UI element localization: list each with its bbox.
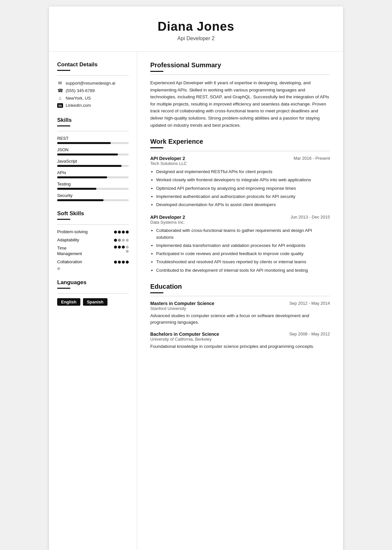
dot (114, 239, 117, 242)
work-experience-section: Work Experience API Developer 2 Mar 2016… (150, 138, 330, 274)
dot (118, 246, 121, 249)
linkedin-icon: in (57, 103, 63, 108)
skill-rest-label: REST (57, 136, 129, 141)
dot (126, 246, 129, 249)
skill-rest-fill (57, 142, 111, 144)
skill-rest: REST (57, 136, 129, 144)
skills-rule-full (57, 131, 129, 131)
job-bullets-2: Collaborated with cross-functional teams… (150, 227, 330, 274)
dot (114, 231, 117, 234)
contact-section: Contact Details ✉ support@resumedesign.a… (57, 61, 129, 108)
languages-rule-accent (57, 288, 70, 289)
job-header-1: API Developer 2 Mar 2016 - Present (150, 156, 330, 161)
summary-rule-full (150, 74, 330, 75)
skill-apis-track (57, 176, 129, 178)
soft-skill-problem-solving-label: Problem-solving (57, 229, 88, 235)
contact-email: ✉ support@resumedesign.ai (57, 80, 129, 86)
contact-phone: ☎ (555) 345-6789 (57, 88, 129, 93)
job-bullet: Developed documentation for APIs to assi… (156, 202, 330, 208)
work-rule-full (150, 151, 330, 151)
dot (126, 239, 129, 242)
job-bullet: Implemented authentication and authoriza… (156, 193, 330, 200)
skill-security-label: Security (57, 193, 129, 198)
job-bullet: Contributed to the development of intern… (156, 267, 330, 274)
dot-extra (126, 250, 129, 253)
education-rule-accent (150, 292, 163, 293)
education-rule-full (150, 296, 330, 296)
skill-javascript-fill (57, 165, 122, 167)
skill-testing-track (57, 188, 129, 190)
work-rule-accent (150, 147, 163, 148)
dot (122, 231, 125, 234)
email-icon: ✉ (57, 80, 63, 86)
job-bullet: Implemented data transformation and vali… (156, 242, 330, 249)
job-entry-1: API Developer 2 Mar 2016 - Present Tech … (150, 156, 330, 208)
edu-header-2: Bachelors in Computer Science Sep 2008 -… (150, 332, 330, 337)
edu-date-1: Sep 2012 - May 2014 (289, 301, 330, 306)
skill-security-fill (57, 199, 104, 201)
job-bullet: Participated in code reviews and provide… (156, 251, 330, 257)
edu-header-1: Masters in Computer Science Sep 2012 - M… (150, 301, 330, 306)
skill-testing: Testing (57, 182, 129, 190)
dot (114, 246, 117, 249)
skills-rule-accent (57, 125, 70, 126)
skill-javascript-label: JavaScript (57, 159, 129, 164)
job-bullet: Troubleshooted and resolved API issues r… (156, 259, 330, 265)
dot (122, 239, 125, 242)
phone-icon: ☎ (57, 88, 63, 93)
soft-skill-time-management-label: TimeManagement (57, 246, 82, 257)
work-experience-title: Work Experience (150, 138, 330, 145)
skill-json-fill (57, 154, 118, 155)
soft-skill-adaptability-dots (114, 239, 129, 242)
job-company-1: Tech Solutions LLC (150, 161, 330, 166)
edu-school-1: Stanford University (150, 306, 330, 311)
job-bullet: Optimized API performance by analyzing a… (156, 185, 330, 192)
contact-phone-text: (555) 345-6789 (66, 88, 95, 93)
skill-apis: APIs (57, 170, 129, 178)
dot (118, 239, 121, 242)
skill-apis-label: APIs (57, 170, 129, 175)
soft-skills-rule-accent (57, 219, 70, 220)
job-entry-2: API Developer 2 Jun 2013 - Dec 2015 Data… (150, 215, 330, 274)
edu-degree-1: Masters in Computer Science (150, 301, 214, 306)
soft-skill-collaboration-label: Collaboration (57, 259, 82, 265)
languages-rule-full (57, 293, 129, 294)
skill-javascript-track (57, 165, 129, 167)
skill-json-track (57, 154, 129, 155)
edu-desc-1: Advanced studies in computer science wit… (150, 313, 330, 326)
skill-security-track (57, 199, 129, 201)
education-title: Education (150, 283, 330, 290)
job-title-2: API Developer 2 (150, 215, 185, 220)
skills-section: Skills REST JSON JavaScript (57, 117, 129, 201)
language-tags: English Spanish (57, 298, 129, 306)
professional-summary-section: Professional Summary Experienced Api Dev… (150, 61, 330, 129)
candidate-title: Api Developer 2 (69, 36, 323, 41)
job-bullet: Worked closely with frontend developers … (156, 177, 330, 183)
contact-email-text: support@resumedesign.ai (66, 81, 115, 86)
soft-skill-collaboration: Collaboration (57, 259, 129, 265)
edu-desc-2: Foundational knowledge in computer scien… (150, 343, 330, 350)
lang-spanish: Spanish (83, 298, 107, 306)
soft-skill-collaboration-dots (114, 261, 129, 264)
resume-body: Contact Details ✉ support@resumedesign.a… (49, 52, 343, 550)
skill-javascript: JavaScript (57, 159, 129, 167)
edu-entry-2: Bachelors in Computer Science Sep 2008 -… (150, 332, 330, 350)
edu-date-2: Sep 2008 - May 2012 (289, 332, 330, 336)
languages-section: Languages English Spanish (57, 279, 129, 306)
skill-testing-fill (57, 188, 96, 190)
soft-skill-time-management-dots (114, 246, 129, 249)
skill-json-label: JSON (57, 147, 129, 152)
soft-skills-section-title: Soft Skills (57, 210, 129, 217)
soft-skill-problem-solving: Problem-solving (57, 229, 129, 235)
soft-skill-adaptability-label: Adaptability (57, 237, 79, 243)
resume-header: Diana Jones Api Developer 2 (49, 7, 343, 52)
job-date-2: Jun 2013 - Dec 2015 (290, 215, 330, 219)
skill-json: JSON (57, 147, 129, 155)
soft-skills-rule-full (57, 224, 129, 225)
dot (126, 231, 129, 234)
professional-summary-text: Experienced Api Developer with 6 years o… (150, 79, 330, 129)
soft-skill-adaptability: Adaptability (57, 237, 129, 243)
contact-linkedin-text: LinkedIn.com (66, 103, 91, 108)
skill-apis-fill (57, 176, 107, 178)
job-bullet: Designed and implemented RESTful APIs fo… (156, 169, 330, 175)
